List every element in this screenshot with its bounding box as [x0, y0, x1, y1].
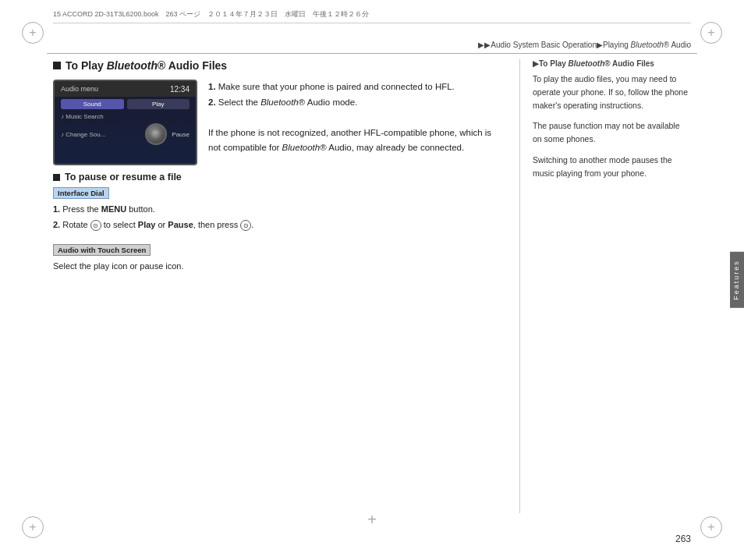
screen-change-row: ♪ Change Sou... Pause — [55, 122, 196, 147]
sub-heading-square — [53, 174, 60, 181]
screen-label: Audio menu — [61, 85, 98, 93]
screen-time: 12:34 — [170, 85, 190, 94]
screen-pause-label: Pause — [172, 131, 190, 138]
sub-heading-text: To pause or resume a file — [65, 172, 182, 183]
left-column: To Play Bluetooth® Audio Files Audio men… — [53, 59, 519, 513]
section-heading: To Play Bluetooth® Audio Files — [53, 59, 501, 72]
top-rule — [47, 53, 697, 54]
features-tab: Features — [730, 252, 744, 308]
screen-sound-btn: Sound — [61, 99, 124, 109]
file-info: 15 ACCORD 2D-31T3L6200.book 263 ページ ２０１４… — [53, 9, 369, 19]
screen-play-btn: Play — [127, 99, 190, 109]
section-title: To Play Bluetooth® Audio Files — [66, 59, 227, 72]
press-symbol: ⊙ — [240, 220, 251, 231]
sub-heading: To pause or resume a file — [53, 172, 501, 183]
main-content: To Play Bluetooth® Audio Files Audio men… — [53, 59, 691, 513]
screen-top-bar: Audio menu 12:34 — [55, 81, 196, 97]
corner-mark-br — [700, 516, 722, 538]
sub-step2: 2. Rotate ⊙ to select Play or Pause, the… — [53, 218, 501, 233]
top-meta: 15 ACCORD 2D-31T3L6200.book 263 ページ ２０１４… — [53, 9, 691, 23]
bottom-center-mark: + — [367, 511, 377, 529]
screen-knob — [145, 123, 167, 145]
sub-step1: 1. Press the MENU button. — [53, 202, 501, 218]
right-column: ▶To Play Bluetooth® Audio Files To play … — [519, 59, 691, 513]
screen-change-label: ♪ Change Sou... — [61, 131, 140, 138]
corner-mark-tr — [700, 22, 722, 44]
right-note2: The pause function may not be available … — [533, 119, 691, 146]
page-number: 263 — [675, 533, 691, 544]
right-note1: To play the audio files, you may need to… — [533, 73, 691, 112]
breadcrumb-text: ▶▶Audio System Basic Operation▶Playing B… — [478, 41, 691, 49]
corner-mark-tl — [22, 22, 44, 44]
screen-music-label: ♪ Music Search — [61, 113, 190, 120]
right-note-title: ▶To Play Bluetooth® Audio Files — [533, 59, 691, 68]
right-note3: Switching to another mode pauses the mus… — [533, 154, 691, 180]
dial-symbol: ⊙ — [90, 220, 101, 231]
screen-music-row: ♪ Music Search — [55, 112, 196, 122]
screen-image: Audio menu 12:34 Sound Play ♪ Music Sear… — [53, 80, 197, 165]
select-text: Select the play icon or pause icon. — [53, 259, 501, 275]
sub-section: To pause or resume a file Interface Dial… — [53, 172, 501, 274]
breadcrumb: ▶▶Audio System Basic Operation▶Playing B… — [478, 41, 691, 49]
screen-btn-row: Sound Play — [55, 97, 196, 112]
interface-dial-badge: Interface Dial — [53, 187, 109, 199]
audio-touch-screen-badge: Audio with Touch Screen — [53, 244, 151, 256]
heading-square — [53, 62, 61, 69]
screen-knob-inner — [151, 129, 161, 139]
corner-mark-bl — [22, 516, 44, 538]
